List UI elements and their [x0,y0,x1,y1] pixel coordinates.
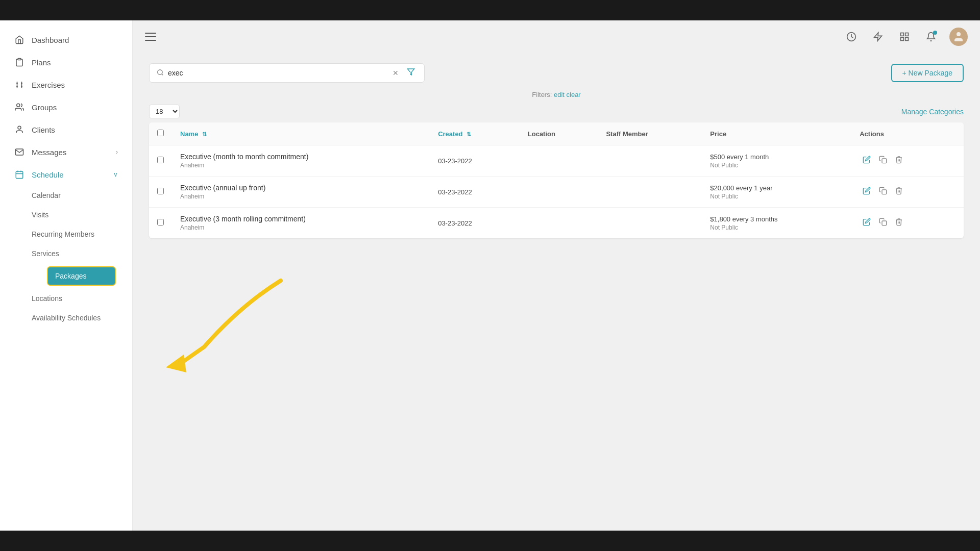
svg-rect-19 [882,221,887,226]
row-created-cell: 03-23-2022 [430,145,520,177]
row-actions-cell [851,177,964,208]
row-price-main: $500 every 1 month [710,153,843,161]
row-location-sub: Anaheim [180,224,422,231]
hamburger-menu-button[interactable] [145,33,156,41]
svg-rect-9 [901,33,904,36]
envelope-icon [14,147,24,157]
svg-rect-10 [905,33,909,36]
sidebar-subitem-calendar[interactable]: Calendar [0,186,132,205]
sidebar-item-clients[interactable]: Clients [0,118,132,141]
svg-rect-11 [901,38,904,41]
delete-button[interactable] [892,185,906,199]
sidebar-subitem-locations[interactable]: Locations [0,289,132,308]
actions-column-header: Actions [851,122,964,145]
delete-button[interactable] [892,154,906,168]
sidebar: Dashboard Plans Exercises [0,20,133,531]
sidebar-item-groups[interactable]: Groups [0,96,132,118]
sidebar-subitem-recurring-members[interactable]: Recurring Members [0,224,132,244]
sidebar-item-messages[interactable]: Messages › [0,141,132,163]
sidebar-item-schedule[interactable]: Schedule ∨ [0,163,132,186]
search-input[interactable]: exec [168,69,386,77]
content-area: exec ✕ + New Package Filters: edit [133,53,980,531]
name-column-header[interactable]: Name ⇅ [172,122,430,145]
filters-label: Filters: [532,91,552,98]
header-left [145,33,156,41]
filters-clear-link[interactable]: clear [567,91,581,98]
select-all-header [149,122,172,145]
table-row: Executive (annual up front) Anaheim 03-2… [149,177,964,208]
sidebar-subitem-packages[interactable]: Packages [47,266,116,286]
filter-button[interactable] [405,68,417,78]
created-sort-arrows: ⇅ [467,131,471,138]
new-package-label: + New Package [902,69,952,77]
table-controls: 18 25 50 100 Manage Categories [149,105,964,118]
row-price-sub: Not Public [710,162,843,169]
header-right [843,28,968,46]
row-price-cell: $1,800 every 3 months Not Public [702,208,851,239]
lightning-icon-button[interactable] [870,29,886,45]
svg-rect-12 [905,38,909,41]
row-name-cell: Executive (month to month commitment) An… [172,145,430,177]
filters-row: Filters: edit clear [149,91,964,98]
row-checkbox[interactable] [157,157,164,163]
sidebar-subitem-availability-schedules[interactable]: Availability Schedules [0,308,132,328]
duplicate-button[interactable] [876,216,890,230]
svg-rect-17 [882,159,887,163]
filters-edit-link[interactable]: edit [554,91,565,98]
svg-marker-8 [874,33,882,41]
duplicate-button[interactable] [876,185,890,199]
user-avatar[interactable] [949,28,968,46]
new-package-button[interactable]: + New Package [891,64,964,82]
sidebar-item-plans[interactable]: Plans [0,51,132,73]
row-price-sub: Not Public [710,193,843,200]
apps-icon-button[interactable] [896,29,913,45]
search-clear-button[interactable]: ✕ [390,69,401,77]
select-all-checkbox[interactable] [157,130,164,136]
delete-button[interactable] [892,216,906,230]
svg-point-2 [18,126,21,129]
row-staff-cell [598,208,702,239]
search-bar: exec ✕ [149,63,425,83]
per-page-dropdown[interactable]: 18 25 50 100 [149,105,180,118]
row-checkbox[interactable] [157,188,164,194]
home-icon [14,35,24,45]
person-icon [14,124,24,135]
staff-column-header: Staff Member [598,122,702,145]
packages-table: Name ⇅ Created ⇅ Location Staff Member [149,122,964,238]
sidebar-subitem-services[interactable]: Services [0,244,132,263]
sidebar-item-exercises[interactable]: Exercises [0,73,132,96]
sidebar-subitem-visits[interactable]: Visits [0,205,132,224]
sidebar-item-dashboard[interactable]: Dashboard [0,29,132,51]
calendar-icon [14,169,24,180]
svg-point-13 [957,32,961,36]
history-icon-button[interactable] [843,29,860,45]
sidebar-item-label: Clients [32,126,55,134]
duplicate-button[interactable] [876,154,890,168]
row-location-sub: Anaheim [180,193,422,200]
sidebar-item-label: Messages [32,148,66,157]
row-actions-cell [851,145,964,177]
edit-button[interactable] [860,216,874,230]
edit-button[interactable] [860,185,874,199]
sidebar-item-label: Plans [32,58,51,67]
row-checkbox-cell [149,145,172,177]
chevron-right-icon: › [116,148,118,156]
sidebar-item-label: Schedule [32,170,64,179]
sidebar-subitem-label: Visits [32,211,48,219]
per-page-select: 18 25 50 100 [149,105,180,118]
row-price-main: $1,800 every 3 months [710,215,843,223]
sidebar-item-label: Dashboard [32,36,69,44]
svg-rect-3 [16,171,23,179]
row-location-cell [520,145,598,177]
row-location-sub: Anaheim [180,162,422,169]
edit-button[interactable] [860,154,874,168]
row-staff-cell [598,145,702,177]
row-name: Executive (3 month rolling commitment) [180,215,422,223]
location-column-header: Location [520,122,598,145]
created-column-header[interactable]: Created ⇅ [430,122,520,145]
row-checkbox[interactable] [157,219,164,226]
bell-icon-button[interactable] [923,29,939,45]
sidebar-subitem-label: Services [32,249,59,258]
clipboard-icon [14,57,24,67]
manage-categories-link[interactable]: Manage Categories [901,108,964,116]
